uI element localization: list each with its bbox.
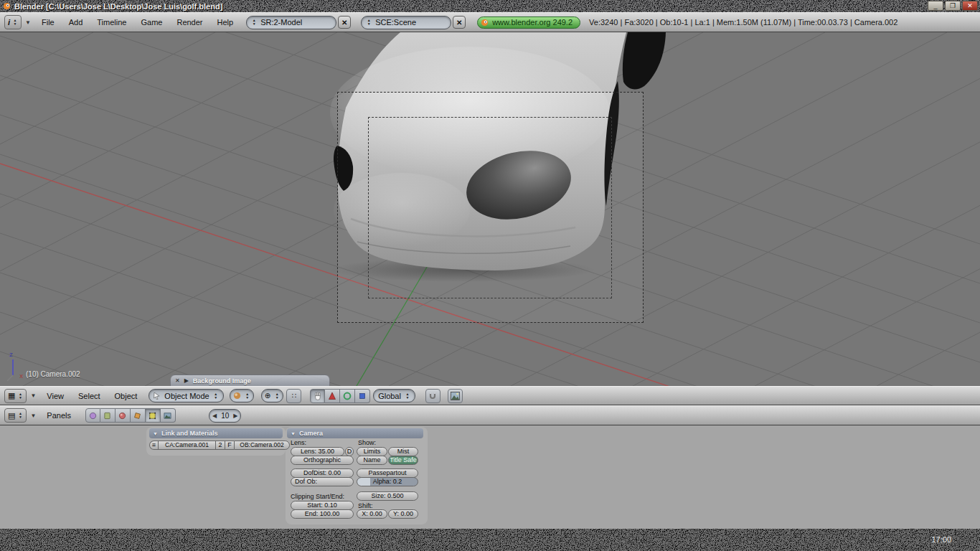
background-image-panel-title: Background Image [193, 377, 251, 385]
blender-menubar: i ▲▼ ▼ File Add Timeline Game Render Hel… [0, 12, 980, 32]
frame-number[interactable]: 10 [221, 412, 229, 420]
windows-titlebar[interactable]: Blender [C:\Users\Jose L\Desktop\Jose Lu… [0, 0, 980, 12]
scene-selector[interactable]: ▲▼ SCE:Scene [361, 16, 451, 29]
dof-object-field[interactable]: Dof Ob: [291, 477, 354, 486]
buttons-window-body[interactable]: ▼ Link and Materials ≡ CA:Camera.001 2 F… [0, 425, 980, 529]
minimize-button[interactable]: _ [928, 1, 943, 11]
clip-end-field[interactable]: End: 100.00 [291, 509, 354, 519]
header-collapse-icon[interactable]: ▼ [25, 19, 31, 26]
context-shading-button[interactable] [116, 408, 131, 423]
clipping-label: Clipping Start/End: [291, 493, 344, 500]
taskbar-noise [0, 529, 980, 551]
translate-icon [328, 392, 336, 400]
delete-scene-button[interactable]: ✕ [453, 16, 466, 29]
menu-game[interactable]: Game [133, 18, 169, 27]
shift-x-field[interactable]: X: 0.00 [357, 509, 387, 519]
editor-type-selector-buttons[interactable]: ▤ ▲▼ [4, 408, 27, 423]
context-scene-button[interactable] [161, 408, 176, 423]
screen-selector[interactable]: ▲▼ SR:2-Model [246, 16, 336, 29]
scale-manipulator-button[interactable] [355, 389, 370, 403]
transform-orientation-selector[interactable]: Global ▲▼ [373, 389, 415, 402]
menu-panels[interactable]: Panels [39, 411, 78, 420]
camera-size-field[interactable]: Size: 0.500 [357, 491, 418, 501]
lens-label: Lens: [291, 439, 306, 446]
stepper-icon: ▲▼ [17, 412, 23, 419]
viewport-header: ▦ ▲▼ ▼ View Select Object Object Mode ▲▼… [0, 386, 980, 405]
passepartout-alpha-slider[interactable]: Alpha: 0.2 [357, 477, 418, 486]
menu-timeline[interactable]: Timeline [90, 18, 133, 27]
frame-decrement-icon[interactable]: ◀ [212, 413, 217, 419]
logic-icon [89, 412, 97, 420]
screen-name: SR:2-Model [260, 18, 302, 27]
stepper-icon: ▲▼ [366, 19, 372, 26]
context-editing-button[interactable] [146, 408, 161, 423]
menu-view[interactable]: View [39, 392, 71, 400]
pivot-center-dots-button[interactable]: ∷ [286, 389, 301, 403]
snap-toggle-button[interactable] [425, 389, 440, 403]
orthographic-toggle[interactable]: Orthographic [291, 456, 354, 465]
camera-panel-title: Camera [299, 430, 323, 437]
hand-icon [314, 392, 322, 400]
user-count-button[interactable]: 2 [215, 441, 225, 450]
browse-camera-data-button[interactable]: ≡ [149, 441, 158, 450]
menu-render[interactable]: Render [169, 18, 209, 27]
blender-app-icon [3, 2, 11, 10]
restore-button[interactable]: ❐ [945, 1, 961, 11]
dots-icon: ∷ [291, 392, 296, 400]
pivot-point-selector[interactable]: ⊕ ▲▼ [261, 389, 283, 402]
delete-screen-button[interactable]: ✕ [338, 16, 351, 29]
context-script-button[interactable] [100, 408, 116, 423]
panel-collapse-icon[interactable]: ▼ [291, 431, 296, 436]
editor-type-selector-3dview[interactable]: ▦ ▲▼ [4, 389, 27, 403]
menu-file[interactable]: File [34, 18, 62, 27]
link-panel-header[interactable]: ▼ Link and Materials [149, 428, 283, 438]
buttons-window-header: ▤ ▲▼ ▼ Panels [0, 405, 980, 425]
scene-icon [164, 412, 171, 420]
info-editor-icon: i [8, 18, 10, 27]
expand-panel-icon[interactable]: ▶ [184, 377, 189, 384]
menu-object[interactable]: Object [108, 392, 145, 400]
blender-logo-icon [481, 19, 489, 27]
scene-statistics: Ve:3240 | Fa:3020 | Ob:10-1 | La:1 | Mem… [589, 18, 897, 27]
close-button[interactable]: ✕ [962, 1, 978, 11]
editing-icon [149, 412, 156, 420]
shift-y-field[interactable]: Y: 0.00 [388, 509, 418, 519]
3d-viewport[interactable]: z x (10) Camera.002 [0, 32, 980, 386]
title-safe-toggle[interactable]: Title Safe [388, 456, 418, 465]
axis-x-label: x [19, 372, 24, 380]
close-panel-icon[interactable]: ✕ [175, 377, 180, 384]
rotate-icon [343, 392, 352, 400]
draw-type-selector[interactable]: ▲▼ [230, 389, 254, 402]
manipulator-buttons [310, 389, 370, 403]
orientation-name: Global [378, 392, 401, 400]
scale-icon [358, 392, 367, 400]
context-logic-button[interactable] [85, 408, 100, 423]
mode-selector[interactable]: Object Mode ▲▼ [149, 389, 223, 402]
solid-drawtype-icon [233, 392, 241, 400]
translate-manipulator-button[interactable] [325, 389, 340, 403]
windows-taskbar[interactable]: 17:00 [0, 529, 980, 551]
buttons-editor-icon: ▤ [8, 411, 15, 420]
camera-datablock-field[interactable]: CA:Camera.001 [158, 441, 215, 450]
object-name-field[interactable]: OB:Camera.002 [234, 441, 290, 450]
stepper-icon: ▲▼ [405, 392, 410, 400]
current-frame-stepper[interactable]: ◀ 10 ▶ [209, 409, 241, 423]
header-collapse-icon[interactable]: ▼ [30, 392, 36, 399]
render-preview-button[interactable] [448, 389, 463, 403]
menu-help[interactable]: Help [210, 18, 241, 27]
panel-collapse-icon[interactable]: ▼ [153, 431, 158, 436]
blender-version-badge[interactable]: www.blender.org 249.2 [477, 17, 580, 29]
render-preview-icon [451, 392, 460, 400]
rotate-manipulator-button[interactable] [340, 389, 355, 403]
context-object-button[interactable] [131, 408, 146, 423]
camera-panel-header[interactable]: ▼ Camera [287, 428, 423, 438]
editor-type-selector-info[interactable]: i ▲▼ [4, 15, 22, 29]
header-collapse-icon[interactable]: ▼ [30, 413, 36, 419]
show-name-toggle[interactable]: Name [357, 456, 387, 465]
background-image-panel[interactable]: ✕ ▶ Background Image [170, 375, 330, 386]
menu-select[interactable]: Select [71, 392, 108, 400]
fake-user-button[interactable]: F [225, 441, 234, 450]
manipulator-toggle-button[interactable] [310, 389, 325, 403]
menu-add[interactable]: Add [62, 18, 90, 27]
frame-increment-icon[interactable]: ▶ [233, 413, 237, 419]
